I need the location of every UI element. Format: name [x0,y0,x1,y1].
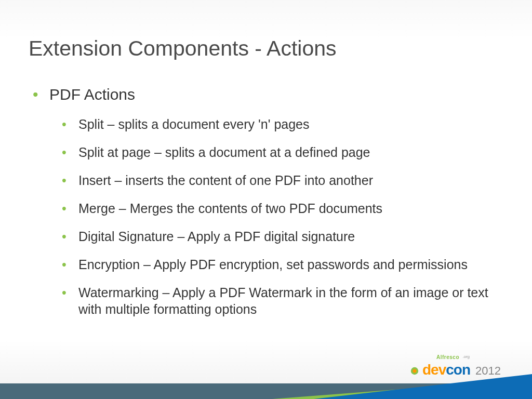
list-item: Merge – Merges the contents of two PDF d… [62,200,503,217]
slide-container: Extension Components - Actions PDF Actio… [0,0,532,399]
logo-alfresco-text: Alfresco [436,354,459,360]
list-item: Digital Signature – Apply a PDF digital … [62,228,503,245]
svg-point-1 [413,369,416,373]
logo-org-text: .org [462,354,470,359]
bullet-list-level2: Split – splits a document every 'n' page… [49,116,503,317]
slide-title: Extension Components - Actions [29,36,503,61]
list-item: Split at page – splits a document at a d… [62,144,503,161]
list-item: Insert – inserts the content of one PDF … [62,172,503,189]
list-item: Watermarking – Apply a PDF Watermark in … [62,284,503,317]
section-label: PDF Actions [49,86,135,103]
section-item: PDF Actions Split – splits a document ev… [33,86,503,317]
bullet-list-level1: PDF Actions Split – splits a document ev… [29,86,503,317]
list-item: Split – splits a document every 'n' page… [62,116,503,132]
list-item: Encryption – Apply PDF encryption, set p… [62,256,503,273]
footer-accent-blue [314,374,532,399]
